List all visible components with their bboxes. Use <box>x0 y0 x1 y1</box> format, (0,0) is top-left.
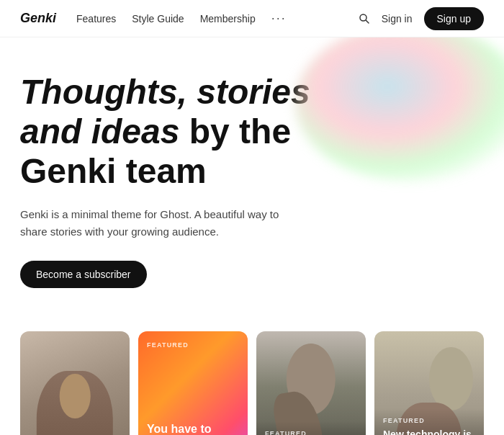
hero-section: Thoughts, stories and ideas by the Genki… <box>0 37 504 317</box>
cards-grid: FEATURED Don't be afraid Lauren Langford… <box>20 331 484 435</box>
more-menu-button[interactable]: ··· <box>271 11 287 26</box>
card-2-title: You have to fight to reach your dream <box>147 422 239 435</box>
card-3[interactable]: FEATURED I always loved aesthetics Victo… <box>256 331 366 435</box>
card-1-image <box>20 331 130 435</box>
nav-right: Sign in Sign up <box>359 7 484 30</box>
card-4-overlay: FEATURED New technology is not good or e… <box>374 408 484 435</box>
features-link[interactable]: Features <box>76 13 116 24</box>
svg-line-1 <box>366 20 369 23</box>
subscribe-button[interactable]: Become a subscriber <box>20 261 147 288</box>
nav-links: Features Style Guide Membership ··· <box>76 11 359 26</box>
card-4-title: New technology is not good or evil in an… <box>383 428 475 435</box>
card-2-overlay-bottom: You have to fight to reach your dream Me… <box>147 422 239 435</box>
card-2-featured-label: FEATURED <box>147 341 189 349</box>
card-4[interactable]: FEATURED New technology is not good or e… <box>374 331 484 435</box>
search-button[interactable] <box>359 13 370 24</box>
logo[interactable]: Genki <box>20 11 56 26</box>
card-2[interactable]: FEATURED You have to fight to reach your… <box>138 331 248 435</box>
navbar: Genki Features Style Guide Membership ··… <box>0 0 504 37</box>
style-guide-link[interactable]: Style Guide <box>132 13 184 24</box>
svg-point-0 <box>360 14 366 21</box>
cards-section: FEATURED Don't be afraid Lauren Langford… <box>0 317 504 435</box>
hero-subtitle: Genki is a minimal theme for Ghost. A be… <box>20 206 279 241</box>
card-3-overlay: FEATURED I always loved aesthetics Victo… <box>256 421 366 435</box>
hero-title: Thoughts, stories and ideas by the Genki… <box>20 72 366 192</box>
signin-button[interactable]: Sign in <box>382 13 413 24</box>
card-3-featured-label: FEATURED <box>265 430 357 435</box>
card-3-image <box>256 331 366 435</box>
card-1[interactable]: FEATURED Don't be afraid Lauren Langford <box>20 331 130 435</box>
signup-button[interactable]: Sign up <box>424 7 484 30</box>
card-2-overlay-top: FEATURED <box>147 341 189 352</box>
search-icon <box>359 13 370 24</box>
membership-link[interactable]: Membership <box>200 13 256 24</box>
card-4-featured-label: FEATURED <box>383 417 475 424</box>
